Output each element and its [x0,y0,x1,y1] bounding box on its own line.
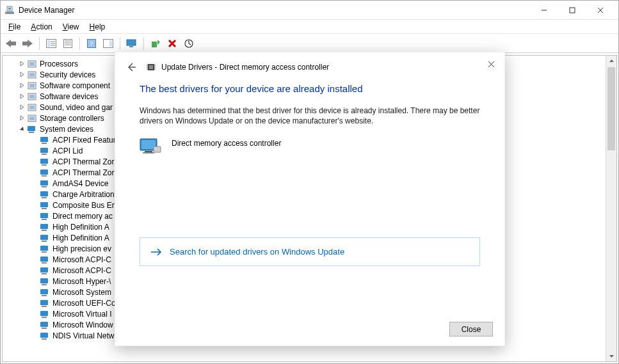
system-device-icon [40,222,50,232]
svg-rect-52 [40,202,48,207]
twisty-open-icon[interactable] [17,124,27,134]
tree-label: High precision ev [52,244,111,253]
properties-button[interactable] [60,36,76,51]
dialog-back-button[interactable] [124,60,138,74]
svg-rect-60 [40,246,48,251]
menu-view[interactable]: View [58,21,84,33]
link-text: Search for updated drivers on Windows Up… [170,247,344,257]
twisty-closed-icon[interactable] [17,102,27,113]
svg-rect-41 [42,143,47,144]
chip-icon [146,62,156,72]
system-device-icon [40,157,50,167]
view-button[interactable] [124,36,140,51]
menu-file[interactable]: File [3,21,26,33]
system-device-icon [27,124,37,134]
update-drivers-dialog: Update Drivers - Direct memory access co… [115,52,505,346]
system-device-icon [40,276,50,287]
device-manager-window: Device Manager File Action View Help ? P… [0,0,619,364]
menu-action[interactable]: Action [26,21,57,33]
tree-label: Microsoft ACPI-C [52,255,111,264]
svg-rect-56 [40,224,48,229]
system-device-icon [40,146,50,156]
update-driver-button[interactable] [148,36,163,51]
twisty-closed-icon[interactable] [17,81,27,91]
scrollbar-down-button[interactable] [606,351,616,361]
svg-rect-49 [42,186,47,187]
dialog-footer: Close [449,322,493,336]
tree-label: Microsoft System [52,288,111,297]
svg-rect-73 [42,317,47,318]
window-title: Device Manager [19,6,530,15]
window-controls [530,1,615,19]
svg-rect-70 [40,300,48,305]
svg-rect-12 [64,39,72,47]
action-pane-button[interactable] [100,36,116,51]
system-device-icon [40,309,50,319]
svg-rect-65 [42,273,47,274]
dialog-title: Update Drivers - Direct memory access co… [161,63,329,72]
svg-rect-27 [29,62,35,66]
svg-rect-54 [40,213,48,218]
category-icon [27,70,37,80]
dialog-close-button[interactable]: Close [449,322,493,336]
tree-label: Microsoft Virtual I [52,310,111,319]
tree-label: Microsoft Window [52,320,113,329]
svg-rect-20 [127,40,136,45]
system-device-icon [40,168,50,178]
category-icon [27,113,37,123]
svg-rect-4 [570,8,575,13]
svg-rect-68 [40,289,48,294]
tree-label: ACPI Lid [52,146,83,155]
minimize-button[interactable] [530,1,558,19]
system-device-icon [40,331,50,341]
system-device-icon [40,189,50,200]
back-button[interactable] [3,36,19,51]
svg-rect-66 [40,278,48,283]
dialog-close-x[interactable] [481,55,501,73]
menu-help[interactable]: Help [84,21,111,33]
forward-button[interactable] [20,36,35,51]
category-icon [27,102,37,113]
svg-rect-71 [42,306,47,307]
scan-hardware-button[interactable] [181,36,197,51]
show-hide-tree-button[interactable] [44,36,59,51]
uninstall-device-button[interactable] [165,36,180,51]
scrollbar-thumb[interactable] [607,67,615,150]
system-device-icon [40,200,50,210]
tree-label: High Definition A [52,223,109,232]
tree-label: High Definition A [52,233,109,242]
tree-label: System devices [40,125,93,134]
twisty-closed-icon[interactable] [17,91,27,102]
toolbar-separator [120,37,120,50]
tree-label: Sound, video and gar [40,103,113,112]
tree-label: Software devices [40,92,98,101]
toolbar-separator [143,37,144,50]
device-row: Direct memory access controller [140,138,480,157]
tree-label: Storage controllers [40,114,104,123]
tree-label: Processors [40,59,78,68]
svg-rect-22 [152,42,157,47]
dialog-header: Update Drivers - Direct memory access co… [115,52,504,82]
scrollbar-vertical[interactable] [606,56,616,361]
svg-rect-2 [8,8,11,10]
svg-rect-69 [42,295,47,296]
tree-label: Microsoft Hyper-\ [52,277,111,286]
twisty-closed-icon[interactable] [17,59,27,69]
svg-rect-37 [29,116,35,120]
svg-text:?: ? [90,40,93,47]
scrollbar-up-button[interactable] [606,56,616,67]
svg-rect-8 [47,40,50,47]
twisty-closed-icon[interactable] [17,70,27,80]
svg-rect-35 [29,106,35,109]
tree-label: ACPI Thermal Zor [52,157,114,166]
tree-label: Charge Arbitration [52,190,115,199]
help-button[interactable]: ? [84,36,99,51]
twisty-closed-icon[interactable] [17,113,27,123]
close-button[interactable] [586,1,615,19]
maximize-button[interactable] [558,1,586,19]
tree-label: Software component [40,81,110,90]
search-windows-update-link[interactable]: Search for updated drivers on Windows Up… [140,237,480,266]
svg-rect-31 [29,84,35,88]
system-device-icon [40,135,50,145]
app-icon [4,5,15,15]
